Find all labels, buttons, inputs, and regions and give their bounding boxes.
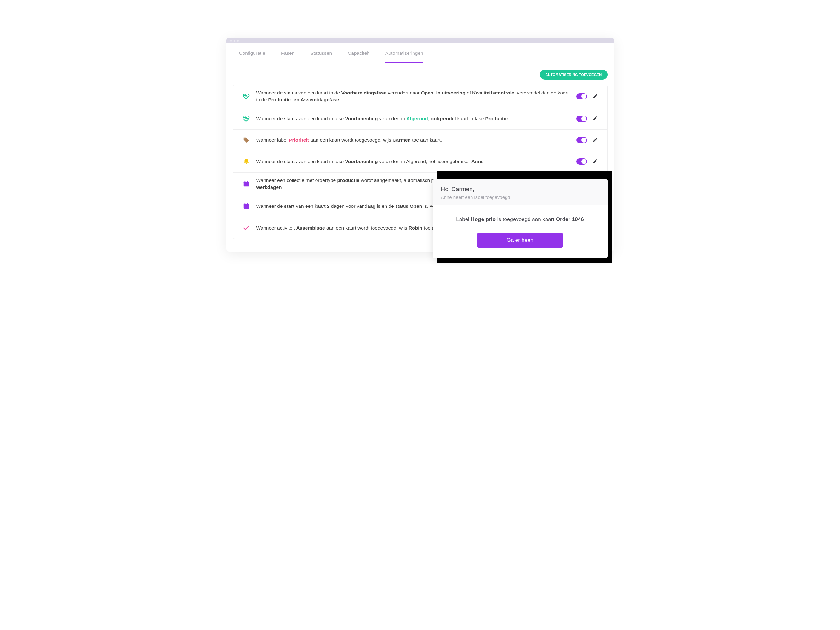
notification-message: Label Hoge prio is toegevoegd aan kaart …: [441, 216, 599, 223]
tag-icon: [243, 137, 250, 143]
calendar-icon: [243, 180, 250, 187]
tab-bar: ConfiguratieFasenStatussenCapaciteitAuto…: [226, 43, 614, 63]
rule-enabled-toggle[interactable]: [576, 93, 587, 99]
heartbeat-icon: [243, 115, 250, 122]
pencil-icon: [593, 160, 598, 165]
automation-rule-row: Wanneer de status van een kaart in de Vo…: [233, 85, 607, 108]
notification-go-button[interactable]: Ga er heen: [477, 233, 562, 248]
edit-rule-button[interactable]: [593, 116, 598, 122]
rule-description: Wanneer de status van een kaart in de Vo…: [256, 90, 570, 104]
traffic-light-dot: [237, 40, 239, 42]
automation-rule-row: Wanneer de status van een kaart in fase …: [233, 108, 607, 130]
add-automation-button[interactable]: AUTOMATISERING TOEVOEGEN: [540, 69, 608, 80]
tab-configuratie[interactable]: Configuratie: [239, 43, 265, 63]
automation-rule-row: Wanneer de status van een kaart in fase …: [233, 151, 607, 173]
tab-automatiseringen[interactable]: Automatiseringen: [385, 43, 423, 63]
rule-enabled-toggle[interactable]: [576, 115, 587, 122]
tab-fasen[interactable]: Fasen: [281, 43, 294, 63]
traffic-light-dot: [234, 40, 235, 42]
tab-capaciteit[interactable]: Capaciteit: [348, 43, 369, 63]
rule-actions: [576, 93, 598, 99]
notification-body: Label Hoge prio is toegevoegd aan kaart …: [433, 205, 608, 258]
rule-description: Wanneer label Prioriteit aan een kaart w…: [256, 137, 570, 143]
rule-enabled-toggle[interactable]: [576, 158, 587, 165]
notification-popup: Hoi Carmen, Anne heeft een label toegevo…: [433, 180, 608, 258]
calendar-icon: [243, 203, 250, 210]
edit-rule-button[interactable]: [593, 159, 598, 165]
rule-actions: [576, 115, 598, 122]
rule-actions: [576, 137, 598, 143]
check-icon: [243, 224, 250, 232]
notification-header: Hoi Carmen, Anne heeft een label toegevo…: [433, 180, 608, 205]
traffic-light-dot: [230, 40, 232, 42]
automation-rule-row: Wanneer label Prioriteit aan een kaart w…: [233, 130, 607, 151]
notification-subline: Anne heeft een label toegevoegd: [441, 195, 599, 200]
edit-rule-button[interactable]: [593, 137, 598, 143]
edit-rule-button[interactable]: [593, 93, 598, 99]
pencil-icon: [593, 139, 598, 143]
bell-icon: [243, 158, 250, 165]
pencil-icon: [593, 95, 598, 99]
pencil-icon: [593, 117, 598, 122]
tab-statussen[interactable]: Statussen: [310, 43, 332, 63]
toolbar: AUTOMATISERING TOEVOEGEN: [233, 69, 608, 85]
heartbeat-icon: [243, 93, 250, 100]
rule-description: Wanneer de status van een kaart in fase …: [256, 158, 570, 165]
rule-actions: [576, 158, 598, 165]
rule-description: Wanneer de status van een kaart in fase …: [256, 115, 570, 122]
rule-enabled-toggle[interactable]: [576, 137, 587, 143]
window-titlebar: [226, 38, 614, 43]
notification-greeting: Hoi Carmen,: [441, 186, 599, 193]
